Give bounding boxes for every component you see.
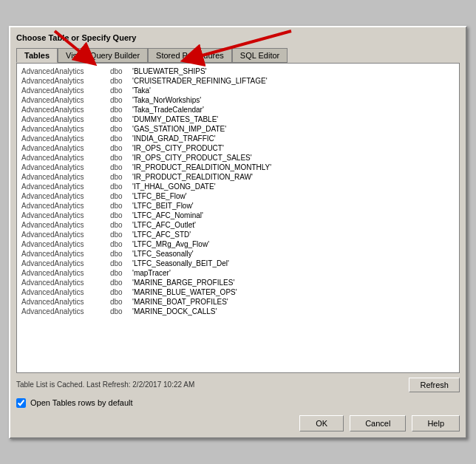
table-row[interactable]: AdvancedAnalytics dbo 'IR_PRODUCT_REALDI… [20, 163, 456, 172]
row-type: dbo [110, 125, 132, 133]
row-schema: AdvancedAnalytics [21, 192, 110, 200]
row-schema: AdvancedAnalytics [21, 77, 110, 85]
table-row[interactable]: AdvancedAnalytics dbo 'LTFC_AFC_STD' [20, 230, 456, 239]
table-row[interactable]: AdvancedAnalytics dbo 'DUMMY_DATES_TABLE… [20, 115, 456, 124]
tabs-container: Tables Visual Query Builder Stored Proce… [16, 48, 460, 63]
row-schema: AdvancedAnalytics [21, 125, 110, 133]
table-row[interactable]: AdvancedAnalytics dbo 'MARINE_BARGE_PROF… [20, 278, 456, 287]
row-schema: AdvancedAnalytics [21, 182, 110, 191]
row-type: dbo [110, 144, 132, 152]
row-type: dbo [110, 259, 132, 267]
row-schema: AdvancedAnalytics [21, 86, 110, 95]
row-type: dbo [110, 202, 132, 210]
row-name: 'CRUISETRADER_REFINING_LIFTAGE' [132, 77, 268, 85]
row-type: dbo [110, 173, 132, 181]
row-schema: AdvancedAnalytics [21, 96, 110, 104]
row-schema: AdvancedAnalytics [21, 259, 110, 267]
row-type: dbo [110, 269, 132, 277]
row-name: 'IR_PRODUCT_REALDITION_RAW' [132, 173, 253, 181]
help-button[interactable]: Help [412, 415, 460, 431]
table-row[interactable]: AdvancedAnalytics dbo 'INDIA_GRAD_TRAFFI… [20, 134, 456, 143]
table-row[interactable]: AdvancedAnalytics dbo 'Taka_NorWorkships… [20, 95, 456, 105]
row-name: 'IR_OPS_CITY_PRODUCT' [132, 144, 224, 152]
checkbox-label: Open Tables rows by default [30, 398, 133, 407]
row-schema: AdvancedAnalytics [21, 115, 110, 123]
row-type: dbo [110, 67, 132, 75]
row-schema: AdvancedAnalytics [21, 134, 110, 143]
row-type: dbo [110, 163, 132, 171]
row-schema: AdvancedAnalytics [21, 250, 110, 258]
row-name: 'LTFC_AFC_STD' [132, 231, 191, 239]
row-schema: AdvancedAnalytics [21, 173, 110, 181]
row-schema: AdvancedAnalytics [21, 269, 110, 277]
row-name: 'DUMMY_DATES_TABLE' [132, 115, 218, 123]
table-row[interactable]: AdvancedAnalytics dbo 'LTFC_AFC_Outlet' [20, 220, 456, 230]
row-schema: AdvancedAnalytics [21, 221, 110, 229]
row-name: 'LTFC_AFC_Outlet' [132, 221, 196, 229]
table-list[interactable]: AdvancedAnalytics dbo 'BLUEWATER_SHIPS' … [16, 63, 460, 373]
refresh-button[interactable]: Refresh [409, 378, 460, 392]
tab-sql-editor[interactable]: SQL Editor [232, 48, 288, 63]
table-row[interactable]: AdvancedAnalytics dbo 'MARINE_BOAT_PROFI… [20, 297, 456, 307]
table-row[interactable]: AdvancedAnalytics dbo 'CRUISETRADER_REFI… [20, 76, 456, 86]
row-type: dbo [110, 115, 132, 123]
tab-tables[interactable]: Tables [16, 48, 58, 63]
row-type: dbo [110, 240, 132, 248]
row-name: 'Taka_NorWorkships' [132, 96, 201, 104]
row-type: dbo [110, 250, 132, 258]
table-row[interactable]: AdvancedAnalytics dbo 'IR_OPS_CITY_PRODU… [20, 153, 456, 163]
table-row[interactable]: AdvancedAnalytics dbo 'LTFC_BEIT_Flow' [20, 201, 456, 211]
row-schema: AdvancedAnalytics [21, 163, 110, 171]
row-name: 'IR_PRODUCT_REALDITION_MONTHLY' [132, 163, 271, 171]
row-type: dbo [110, 154, 132, 162]
table-row[interactable]: AdvancedAnalytics dbo 'LTFC_Seasonally' [20, 249, 456, 259]
row-type: dbo [110, 279, 132, 287]
row-type: dbo [110, 134, 132, 143]
table-row[interactable]: AdvancedAnalytics dbo 'IR_OPS_CITY_PRODU… [20, 143, 456, 153]
tab-stored-procedures[interactable]: Stored Procedures [148, 48, 232, 63]
table-row[interactable]: AdvancedAnalytics dbo 'MARINE_DOCK_CALLS… [20, 307, 456, 316]
checkbox-row: Open Tables rows by default [16, 398, 460, 408]
row-name: 'BLUEWATER_SHIPS' [132, 67, 207, 75]
status-text: Table List is Cached. Last Refresh: 2/2/… [16, 381, 403, 389]
row-name: 'LTFC_Seasonally' [132, 250, 194, 258]
row-type: dbo [110, 106, 132, 114]
table-row[interactable]: AdvancedAnalytics dbo 'BLUEWATER_SHIPS' [20, 66, 456, 76]
row-schema: AdvancedAnalytics [21, 144, 110, 152]
row-schema: AdvancedAnalytics [21, 154, 110, 162]
tab-visual-query-builder[interactable]: Visual Query Builder [58, 48, 148, 63]
table-row[interactable]: AdvancedAnalytics dbo 'LTFC_BE_Flow' [20, 191, 456, 201]
row-schema: AdvancedAnalytics [21, 288, 110, 296]
row-type: dbo [110, 231, 132, 239]
row-name: 'MARINE_BOAT_PROFILES' [132, 298, 228, 306]
table-row[interactable]: AdvancedAnalytics dbo 'LTFC_AFC_Nominal' [20, 211, 456, 220]
open-tables-checkbox[interactable] [16, 398, 26, 408]
ok-button[interactable]: OK [299, 415, 344, 431]
row-schema: AdvancedAnalytics [21, 211, 110, 219]
table-row[interactable]: AdvancedAnalytics dbo 'GAS_STATION_IMP_D… [20, 124, 456, 134]
table-row[interactable]: AdvancedAnalytics dbo 'mapTracer' [20, 268, 456, 278]
status-bar: Table List is Cached. Last Refresh: 2/2/… [16, 378, 460, 392]
table-row[interactable]: AdvancedAnalytics dbo 'Taka_TradeCalenda… [20, 105, 456, 115]
row-type: dbo [110, 96, 132, 104]
row-schema: AdvancedAnalytics [21, 106, 110, 114]
table-row[interactable]: AdvancedAnalytics dbo 'Taka' [20, 86, 456, 95]
row-schema: AdvancedAnalytics [21, 240, 110, 248]
row-schema: AdvancedAnalytics [21, 279, 110, 287]
dialog: Choose Table or Specify Query Tables Vis… [9, 26, 467, 439]
row-type: dbo [110, 298, 132, 306]
table-row[interactable]: AdvancedAnalytics dbo 'IR_PRODUCT_REALDI… [20, 172, 456, 182]
row-type: dbo [110, 86, 132, 95]
cancel-button[interactable]: Cancel [350, 415, 406, 431]
table-row[interactable]: AdvancedAnalytics dbo 'IT_HHAL_GONG_DATE… [20, 182, 456, 191]
row-name: 'LTFC_BE_Flow' [132, 192, 187, 200]
row-name: 'MARINE_BARGE_PROFILES' [132, 279, 234, 287]
row-name: 'IT_HHAL_GONG_DATE' [132, 182, 216, 191]
row-schema: AdvancedAnalytics [21, 307, 110, 315]
row-type: dbo [110, 192, 132, 200]
table-row[interactable]: AdvancedAnalytics dbo 'MARINE_BLUE_WATER… [20, 287, 456, 297]
row-name: 'MARINE_BLUE_WATER_OPS' [132, 288, 237, 296]
table-row[interactable]: AdvancedAnalytics dbo 'LTFC_MRg_Avg_Flow… [20, 239, 456, 249]
table-row[interactable]: AdvancedAnalytics dbo 'LTFC_Seasonally_B… [20, 259, 456, 268]
row-name: 'IR_OPS_CITY_PRODUCT_SALES' [132, 154, 252, 162]
